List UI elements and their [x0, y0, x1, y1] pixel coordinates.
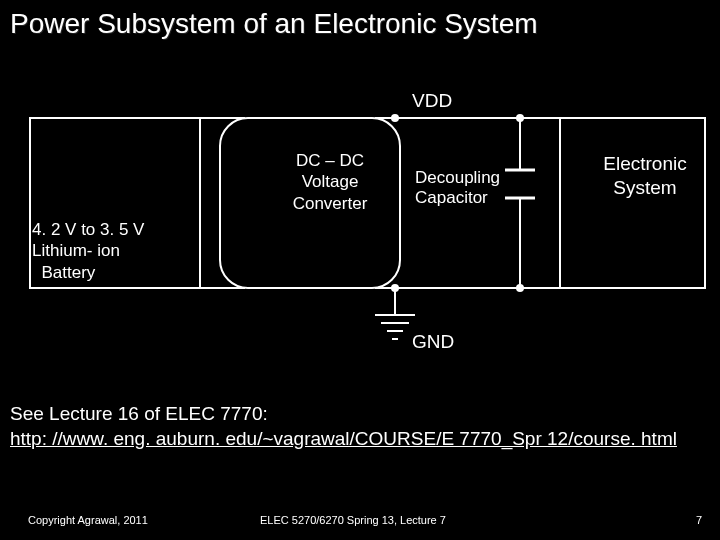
gnd-label: GND — [412, 331, 454, 353]
esys-line1: Electronic — [603, 153, 686, 174]
footer-copyright: Copyright Agrawal, 2011 — [28, 514, 148, 526]
svg-point-14 — [516, 284, 524, 292]
esys-line2: System — [613, 177, 676, 198]
vdd-label: VDD — [412, 90, 452, 112]
decoupling-line2: Capacitor — [415, 188, 488, 207]
converter-line2: Voltage — [302, 172, 359, 191]
converter-label: DC – DC Voltage Converter — [270, 150, 390, 214]
battery-line3: Battery — [41, 263, 95, 282]
battery-line2: Lithium- ion — [32, 241, 120, 260]
slide: Power Subsystem of an Electronic System — [0, 0, 720, 540]
decoupling-line1: Decoupling — [415, 168, 500, 187]
svg-point-13 — [516, 114, 524, 122]
svg-rect-2 — [560, 118, 705, 288]
converter-line1: DC – DC — [296, 151, 364, 170]
circuit-diagram: VDD DC – DC Voltage Converter Decoupling… — [0, 90, 720, 370]
converter-line3: Converter — [293, 194, 368, 213]
electronic-system-label: Electronic System — [595, 152, 695, 200]
page-title: Power Subsystem of an Electronic System — [10, 8, 538, 40]
footer-course: ELEC 5270/6270 Spring 13, Lecture 7 — [260, 514, 446, 526]
svg-point-7 — [391, 114, 399, 122]
reference-line1: See Lecture 16 of ELEC 7770: — [10, 403, 268, 424]
reference-block: See Lecture 16 of ELEC 7770: http: //www… — [10, 402, 677, 451]
decoupling-label: Decoupling Capacitor — [415, 168, 500, 209]
footer-page-number: 7 — [696, 514, 702, 526]
reference-link[interactable]: http: //www. eng. auburn. edu/~vagrawal/… — [10, 428, 677, 449]
battery-label: 4. 2 V to 3. 5 V Lithium- ion Battery — [32, 219, 144, 283]
battery-line1: 4. 2 V to 3. 5 V — [32, 220, 144, 239]
